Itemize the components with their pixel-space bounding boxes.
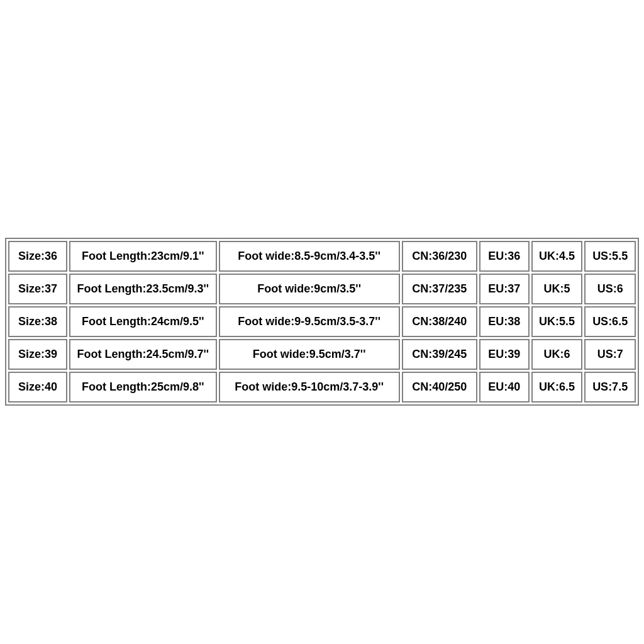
us-cell: US:7.5 xyxy=(584,372,636,402)
uk-cell: UK:6 xyxy=(531,339,583,370)
foot-wide-cell: Foot wide:9.5-10cm/3.7-3.9'' xyxy=(219,372,400,402)
cn-cell: CN:40/250 xyxy=(402,372,477,402)
table-row: Size:40Foot Length:25cm/9.8''Foot wide:9… xyxy=(8,372,636,402)
cn-cell: CN:37/235 xyxy=(402,274,477,304)
foot-length-cell: Foot Length:24cm/9.5'' xyxy=(69,306,217,337)
us-cell: US:5.5 xyxy=(584,241,636,272)
table-row: Size:36Foot Length:23cm/9.1''Foot wide:8… xyxy=(8,241,636,272)
size-cell: Size:38 xyxy=(8,306,67,337)
size-chart-table: Size:36Foot Length:23cm/9.1''Foot wide:8… xyxy=(5,238,639,406)
cn-cell: CN:36/230 xyxy=(402,241,477,272)
cn-cell: CN:38/240 xyxy=(402,306,477,337)
uk-cell: UK:4.5 xyxy=(531,241,583,272)
uk-cell: UK:5 xyxy=(531,274,583,304)
eu-cell: EU:40 xyxy=(479,372,530,402)
size-cell: Size:39 xyxy=(8,339,67,370)
cn-cell: CN:39/245 xyxy=(402,339,477,370)
uk-cell: UK:6.5 xyxy=(531,372,583,402)
us-cell: US:6.5 xyxy=(584,306,636,337)
foot-length-cell: Foot Length:24.5cm/9.7'' xyxy=(69,339,217,370)
foot-wide-cell: Foot wide:9.5cm/3.7'' xyxy=(219,339,400,370)
table-row: Size:38Foot Length:24cm/9.5''Foot wide:9… xyxy=(8,306,636,337)
foot-length-cell: Foot Length:23cm/9.1'' xyxy=(69,241,217,272)
uk-cell: UK:5.5 xyxy=(531,306,583,337)
us-cell: US:6 xyxy=(584,274,636,304)
eu-cell: EU:37 xyxy=(479,274,530,304)
size-cell: Size:40 xyxy=(8,372,67,402)
foot-wide-cell: Foot wide:8.5-9cm/3.4-3.5'' xyxy=(219,241,400,272)
eu-cell: EU:39 xyxy=(479,339,530,370)
foot-wide-cell: Foot wide:9-9.5cm/3.5-3.7'' xyxy=(219,306,400,337)
size-table: Size:36Foot Length:23cm/9.1''Foot wide:8… xyxy=(5,238,639,406)
foot-wide-cell: Foot wide:9cm/3.5'' xyxy=(219,274,400,304)
us-cell: US:7 xyxy=(584,339,636,370)
size-cell: Size:36 xyxy=(8,241,67,272)
table-row: Size:37Foot Length:23.5cm/9.3''Foot wide… xyxy=(8,274,636,304)
size-cell: Size:37 xyxy=(8,274,67,304)
eu-cell: EU:38 xyxy=(479,306,530,337)
eu-cell: EU:36 xyxy=(479,241,530,272)
foot-length-cell: Foot Length:23.5cm/9.3'' xyxy=(69,274,217,304)
table-row: Size:39Foot Length:24.5cm/9.7''Foot wide… xyxy=(8,339,636,370)
foot-length-cell: Foot Length:25cm/9.8'' xyxy=(69,372,217,402)
